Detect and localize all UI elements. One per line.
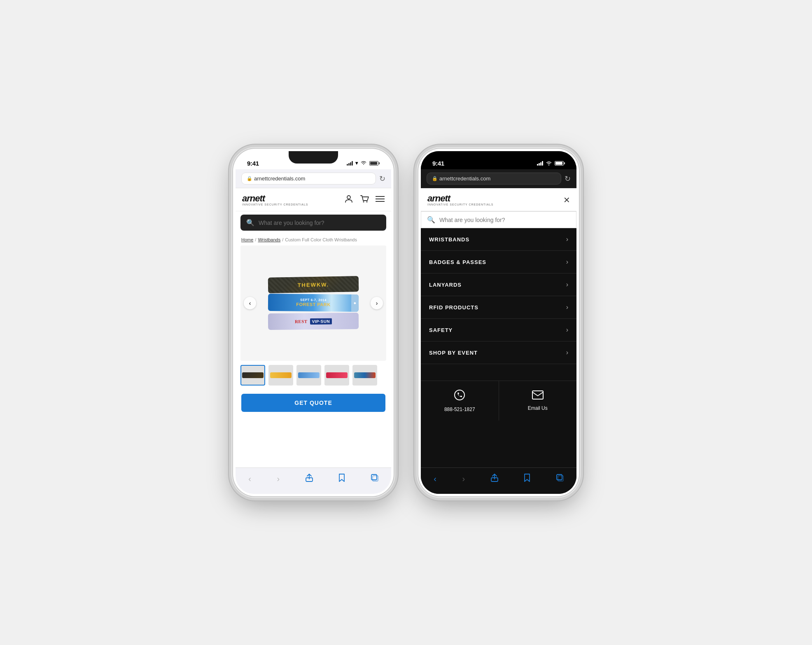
menu-label-wristbands: WRISTBANDS [429,236,469,243]
menu-search-bar[interactable]: 🔍 [421,211,576,228]
menu-label-shop-event: SHOP BY EVENT [429,350,478,356]
menu-label-badges: BADGES & PASSES [429,259,486,265]
menu-close-btn[interactable]: × [564,194,570,205]
svg-rect-7 [371,474,377,480]
status-time-right: 9:41 [432,160,444,167]
thumbnail-3[interactable] [296,365,321,386]
menu-item-safety[interactable]: SAFETY › [421,319,576,341]
svg-rect-13 [557,474,562,480]
url-text-left: arnettcredentials.com [254,175,305,182]
menu-label-lanyards: LANYARDS [429,282,462,288]
lock-icon-right: 🔒 [432,176,438,181]
url-text-right: arnettcredentials.com [439,175,490,182]
search-icon-right: 🔍 [427,216,435,224]
contact-phone-label: 888-521-1827 [444,407,475,412]
wristband-display: THEWKW. SEPT 6-7, 2014 FOREST PARK ◆ [240,245,386,361]
chevron-icon-rfid: › [566,304,568,311]
tabs-btn-right[interactable] [553,472,567,485]
contact-email-label: Email Us [528,405,548,411]
breadcrumb-sep1: / [255,237,256,242]
back-btn-left[interactable]: ‹ [245,472,254,485]
logo-sub-left: INNOVATIVE SECURITY CREDENTIALS [242,203,308,206]
carousel-next-btn[interactable]: › [371,297,383,309]
breadcrumb-home[interactable]: Home [241,237,253,242]
logo-left: arnett INNOVATIVE SECURITY CREDENTIALS [242,193,308,206]
header-icons-left [344,194,385,205]
wristband-3: REST VIP·SUN [268,313,359,330]
wristband-1: THEWKW. [268,276,359,293]
svg-rect-11 [532,391,543,399]
contact-phone-item[interactable]: 888-521-1827 [421,381,499,421]
email-icon [532,390,544,402]
site-header-left: arnett INNOVATIVE SECURITY CREDENTIALS [236,188,391,211]
search-bar-left[interactable]: 🔍 [240,215,386,231]
wifi-icon-right [546,161,552,166]
breadcrumb-sep2: / [282,237,283,242]
contact-email-item[interactable]: Email Us [499,381,577,421]
share-btn-left[interactable] [302,472,316,486]
cta-area: GET QUOTE [236,390,391,418]
signal-icon-left [347,161,353,166]
status-icons-right [537,161,565,166]
contact-area: 888-521-1827 Email Us [421,381,576,421]
share-btn-right[interactable] [488,472,502,486]
breadcrumb-current: Custom Full Color Cloth Wristbands [285,237,357,242]
page-content-left: arnett INNOVATIVE SECURITY CREDENTIALS [236,188,391,494]
menu-item-wristbands[interactable]: WRISTBANDS › [421,228,576,251]
browser-nav-left: ‹ › [236,467,391,494]
svg-point-9 [548,164,549,165]
notch-right [474,151,523,164]
product-image-main: ‹ THEWKW. SEPT 6-7, 2014 FOREST PARK [240,245,386,361]
forward-btn-right[interactable]: › [459,472,468,485]
thumbnail-5[interactable] [352,365,377,386]
account-icon-left[interactable] [344,194,353,205]
menu-item-rfid[interactable]: RFID PRODUCTS › [421,296,576,319]
logo-main-left: arnett [242,193,308,204]
breadcrumb-left: Home / Wristbands / Custom Full Color Cl… [236,234,391,245]
page-content-right: arnett INNOVATIVE SECURITY CREDENTIALS ×… [421,188,576,494]
chevron-icon-lanyards: › [566,281,568,288]
back-btn-right[interactable]: ‹ [430,472,440,485]
menu-icon-left[interactable] [376,195,385,204]
status-icons-left: ▾ [347,160,380,166]
thumbnail-1[interactable] [240,365,265,386]
thumbnail-2[interactable] [268,365,293,386]
menu-label-rfid: RFID PRODUCTS [429,304,478,311]
battery-icon-right [555,161,565,166]
forward-btn-left[interactable]: › [273,472,283,485]
menu-item-lanyards[interactable]: LANYARDS › [421,273,576,296]
svg-point-2 [366,201,368,203]
wristband-2: SEPT 6-7, 2014 FOREST PARK ◆ [268,294,359,312]
bookmark-btn-left[interactable] [335,472,348,486]
svg-rect-8 [373,476,378,481]
cart-icon-left[interactable] [360,194,369,205]
chevron-icon-safety: › [566,326,568,334]
logo-right: arnett INNOVATIVE SECURITY CREDENTIALS [427,193,494,206]
menu-header: arnett INNOVATIVE SECURITY CREDENTIALS × [421,188,576,211]
battery-icon-left [369,161,380,166]
logo-main-right: arnett [427,193,494,204]
lock-icon-left: 🔒 [247,176,252,181]
search-input-left[interactable] [259,220,380,226]
svg-point-10 [455,390,464,400]
search-input-right[interactable] [439,217,570,223]
browser-bar-left: 🔒 arnettcredentials.com ↻ [236,169,391,188]
browser-bar-right: 🔒 arnettcredentials.com ↻ [421,169,576,188]
bookmark-btn-right[interactable] [520,472,534,486]
url-bar-right[interactable]: 🔒 arnettcredentials.com [427,173,561,185]
menu-item-badges[interactable]: BADGES & PASSES › [421,251,576,273]
browser-nav-right: ‹ › [421,467,576,494]
search-icon-left: 🔍 [246,219,254,227]
refresh-icon-left[interactable]: ↻ [379,174,385,183]
wifi-icon-left: ▾ [355,160,358,166]
phone-icon [454,389,465,403]
get-quote-button[interactable]: GET QUOTE [241,394,385,412]
chevron-icon-shop-event: › [566,349,568,356]
breadcrumb-wristbands[interactable]: Wristbands [258,237,280,242]
tabs-btn-left[interactable] [368,472,382,485]
url-bar-left[interactable]: 🔒 arnettcredentials.com [241,173,376,185]
refresh-icon-right[interactable]: ↻ [565,174,571,183]
svg-rect-14 [558,476,563,481]
thumbnail-4[interactable] [324,365,349,386]
menu-item-shop-event[interactable]: SHOP BY EVENT › [421,341,576,364]
